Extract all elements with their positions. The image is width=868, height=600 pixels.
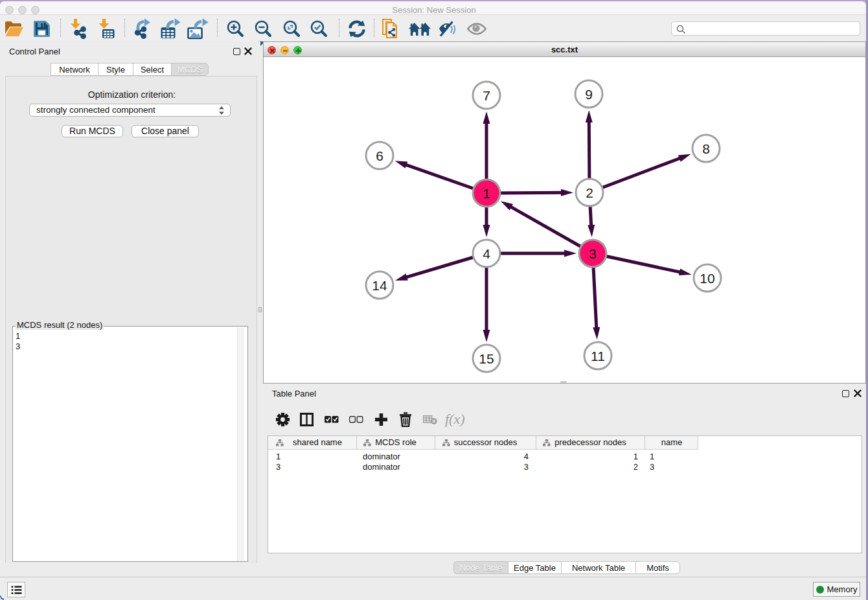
svg-text:1: 1 [483,186,490,201]
svg-text:2: 2 [586,185,593,200]
svg-text:10: 10 [700,271,714,286]
svg-text:11: 11 [591,349,605,363]
svg-text:4: 4 [483,246,490,261]
svg-text:9: 9 [585,87,593,102]
svg-text:7: 7 [483,88,490,103]
svg-text:15: 15 [479,351,494,366]
svg-text:14: 14 [372,278,387,293]
svg-text:3: 3 [589,246,597,261]
svg-text:8: 8 [702,141,710,156]
svg-text:6: 6 [376,148,383,163]
